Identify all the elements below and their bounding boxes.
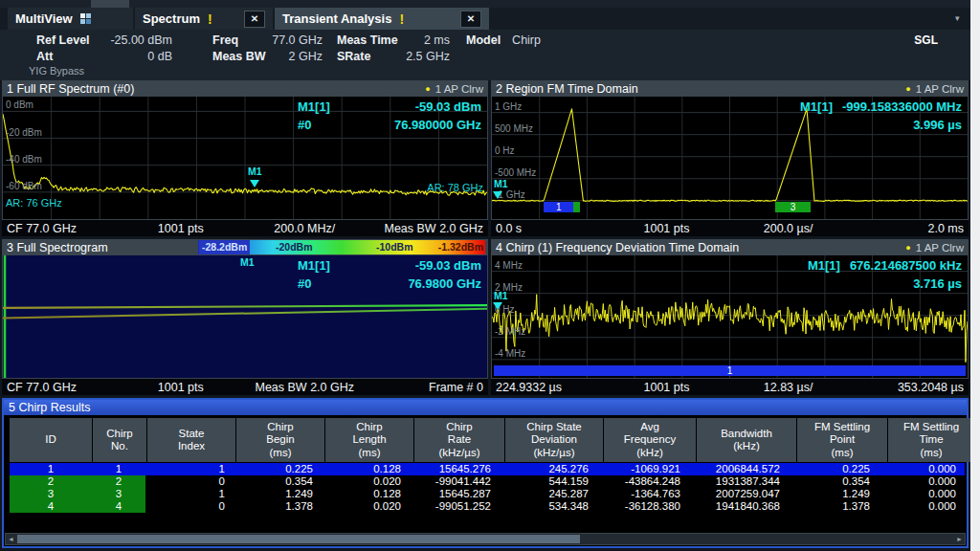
scroll-right-icon[interactable]: ► [954, 534, 965, 544]
table-cell[interactable]: 2 [10, 475, 92, 488]
window-title-bar: 3 Full Spectrogram -28.2dBm -20dBm -10dB… [2, 239, 488, 255]
field-label: Freq [212, 33, 238, 47]
table-cell[interactable]: 1.249 [789, 488, 879, 500]
y-axis-label: 500 MHz [495, 123, 533, 134]
tab-overflow-dropdown-icon[interactable]: ▾ [955, 13, 960, 23]
window-full-spectrogram[interactable]: 3 Full Spectrogram -28.2dBm -20dBm -10dB… [2, 239, 488, 395]
table-cell[interactable]: 2006844.572 [689, 463, 789, 475]
tab-label: Spectrum [143, 11, 200, 26]
table-cell[interactable]: 1931387.344 [689, 475, 789, 488]
scale-max-label: -1.32dBm [438, 240, 483, 254]
field-value: 2 GHz [289, 50, 323, 63]
horizontal-scrollbar[interactable]: ◄ ► [5, 533, 966, 545]
field-att[interactable]: Att 0 dB [36, 50, 172, 63]
window-region-fm-time-domain[interactable]: 2 Region FM Time Domain ● 1 AP Clrw M1[1… [491, 80, 969, 236]
table-cell[interactable]: 1.378 [789, 500, 879, 513]
table-cell[interactable]: -36128.380 [597, 500, 689, 513]
marker-arrow-icon[interactable] [250, 180, 259, 187]
table-row[interactable]: 1110.2250.12815645.276245.276-1069.92120… [10, 463, 965, 475]
table-cell[interactable]: 2 [92, 475, 145, 488]
window-chirp-results[interactable]: 5 Chirp Results IDChirp No.State IndexCh… [2, 398, 969, 548]
table-cell[interactable]: 1 [145, 488, 234, 500]
field-label: Model [466, 33, 501, 47]
window-chirp-frequency-deviation[interactable]: 4 Chirp (1) Frequency Deviation Time Dom… [491, 239, 969, 395]
table-row[interactable]: 2200.3540.020-99041.442544.159-43864.248… [10, 475, 965, 488]
table-cell[interactable]: 1941840.368 [689, 500, 789, 513]
table-row[interactable]: 4401.3780.020-99051.252534.348-36128.380… [10, 500, 965, 513]
table-cell[interactable]: 15645.287 [410, 488, 500, 500]
table-cell[interactable]: 245.276 [500, 463, 597, 475]
close-tab-icon[interactable]: ✕ [460, 11, 481, 28]
field-srate[interactable]: SRate 2.5 GHz [337, 50, 450, 63]
scale-tick-label: -10dBm [376, 240, 413, 254]
window-title: 4 Chirp (1) Frequency Deviation Time Dom… [496, 241, 739, 254]
table-row[interactable]: 3311.2490.12815645.287245.287-1364.76320… [10, 488, 965, 500]
table-cell[interactable]: 15645.276 [410, 463, 500, 475]
table-cell[interactable]: 0.000 [879, 488, 965, 500]
marker-arrow-icon[interactable] [493, 302, 502, 310]
table-cell[interactable]: 245.287 [500, 488, 597, 500]
table-cell[interactable]: 1 [92, 463, 145, 475]
table-cell[interactable]: 0.000 [879, 463, 965, 475]
table-cell[interactable]: 0.354 [789, 475, 879, 488]
table-title: 5 Chirp Results [9, 401, 90, 414]
marker-name: M1[1] [808, 258, 840, 273]
table-cell[interactable]: 0.354 [234, 475, 322, 488]
table-cell[interactable]: 0.000 [879, 500, 965, 513]
table-cell[interactable]: 0.020 [322, 500, 410, 513]
table-cell[interactable]: 1.378 [234, 500, 322, 513]
table-column-header: Chirp Length (ms) [325, 418, 413, 462]
table-cell[interactable]: 1 [145, 463, 234, 475]
tab-spectrum[interactable]: Spectrum ! ✕ [135, 8, 273, 30]
table-cell[interactable]: 0.225 [234, 463, 322, 475]
table-cell[interactable]: 0.225 [789, 463, 879, 475]
window-footer: 0.0 s 1001 pts 200.0 µs/ 2.0 ms [491, 220, 969, 236]
field-label: SRate [337, 50, 370, 63]
table-cell[interactable]: 0 [145, 475, 234, 488]
table-cell[interactable]: 4 [10, 500, 92, 513]
table-cell[interactable]: 0.128 [322, 488, 410, 500]
marker-time: 3.996 µs [913, 118, 962, 132]
table-cell[interactable]: 0 [145, 500, 234, 513]
table-cell[interactable]: -1069.921 [597, 463, 689, 475]
table-cell[interactable]: 3 [10, 488, 92, 500]
field-ref-level[interactable]: Ref Level -25.00 dBm [36, 33, 172, 47]
field-meas-bw[interactable]: Meas BW 2 GHz [212, 50, 323, 63]
table-cell[interactable]: -99051.252 [410, 500, 500, 513]
table-cell[interactable]: 534.348 [500, 500, 597, 513]
field-model[interactable]: Model Chirp [466, 33, 541, 47]
y-axis-label: -4 MHz [495, 348, 525, 359]
table-cell[interactable]: -1364.763 [597, 488, 689, 500]
scroll-left-icon[interactable]: ◄ [6, 534, 16, 544]
field-value: 0 dB [147, 50, 172, 63]
marker-arrow-icon[interactable] [493, 191, 502, 199]
analysis-region-right-label: AR: 78 GHz [427, 182, 483, 193]
footer-time-per-div: 200.0 µs/ [725, 222, 852, 235]
table-cell[interactable]: 0.000 [879, 475, 965, 488]
table-cell[interactable]: 4 [92, 500, 145, 513]
y-axis-label: 4 MHz [495, 260, 523, 271]
table-cell[interactable]: 1.249 [234, 488, 322, 500]
table-cell[interactable]: -43864.248 [597, 475, 689, 488]
close-tab-icon[interactable]: ✕ [244, 11, 265, 28]
table-cell[interactable]: -99041.442 [410, 475, 500, 488]
field-label: Meas BW [212, 50, 266, 63]
y-axis-label: -20 dBm [6, 127, 42, 138]
marker-frequency: 676.214687500 kHz [850, 258, 962, 273]
trace-indicator: ● 1 AP Clrw [425, 80, 483, 97]
window-full-rf-spectrum[interactable]: 1 Full RF Spectrum (#0) ● 1 AP Clrw M1[1… [2, 80, 488, 236]
field-freq[interactable]: Freq 77.0 GHz [212, 33, 323, 47]
marker-name: M1[1] [298, 99, 330, 114]
table-cell[interactable]: 3 [92, 488, 145, 500]
table-cell[interactable]: 544.159 [500, 475, 597, 488]
table-cell[interactable]: 0.128 [322, 463, 410, 475]
scrollbar-thumb[interactable] [17, 535, 580, 543]
tab-multiview[interactable]: MultiView [8, 8, 133, 30]
table-cell[interactable]: 1 [10, 463, 92, 475]
table-cell[interactable]: 2007259.047 [689, 488, 789, 500]
footer-time-per-div: 12.83 µs/ [725, 381, 852, 394]
marker-frequency: 76.9800 GHz [408, 276, 481, 291]
field-meas-time[interactable]: Meas Time 2 ms [337, 33, 450, 47]
table-cell[interactable]: 0.020 [322, 475, 410, 488]
tab-transient-analysis[interactable]: Transient Analysis ! ✕ [275, 8, 489, 30]
